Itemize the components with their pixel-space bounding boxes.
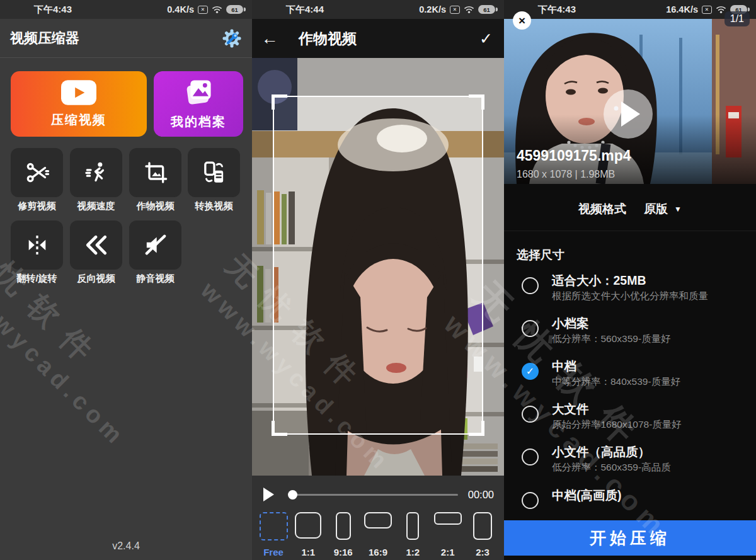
tool-trim-video[interactable] [11, 148, 63, 197]
option-small-hq[interactable]: ✓ 小文件（高品质） 低分辨率：560x359-高品质 [504, 443, 756, 484]
screen: 下午4:43 0.4K/s × 61 视频压缩器 [0, 0, 756, 560]
wifi-icon [212, 5, 222, 14]
crop-frame[interactable] [273, 96, 483, 435]
tool-video-speed-label: 视频速度 [66, 200, 126, 212]
statusbar-crop: 下午4:44 0.2K/s × 61 [252, 0, 504, 19]
home-header: 视频压缩器 [0, 19, 252, 58]
tool-convert-video[interactable] [188, 148, 240, 197]
sim-disabled-icon: × [198, 6, 208, 14]
status-time: 下午4:43 [34, 4, 72, 16]
crop-page-title: 作物视频 [299, 29, 357, 49]
my-archive-label: 我的档案 [171, 113, 226, 130]
ratio-2-1[interactable]: 2:1 [432, 512, 464, 559]
tool-crop-video[interactable] [129, 148, 181, 197]
file-name: 4599109175.mp4 [517, 147, 631, 164]
crop-image-icon [143, 160, 168, 185]
status-time: 下午4:44 [286, 4, 324, 16]
sim-disabled-icon: × [702, 6, 712, 14]
wifi-icon [464, 5, 474, 14]
seek-slider[interactable] [289, 494, 458, 496]
format-dropdown[interactable]: 原版 ▼ [644, 201, 682, 217]
crop-bottom-bar: 00:00 Free 1:1 9:16 16:9 [252, 476, 504, 560]
settings-gear-wrench-icon[interactable] [222, 28, 242, 49]
option-medium[interactable]: ✓ 中档 中等分辨率：840x539-质量好 [504, 358, 756, 398]
crop-video-preview [252, 58, 504, 476]
flip-icon [25, 232, 50, 258]
video-thumbnail: 4599109175.mp4 1680 x 1078 | 1.98MB [504, 19, 756, 184]
radio-large-file[interactable]: ✓ [522, 406, 539, 423]
reverse-chevrons-icon [83, 231, 110, 259]
ratio-2-3[interactable]: 2:3 [466, 512, 499, 559]
my-archive-button[interactable]: 我的档案 [154, 71, 243, 137]
youtube-play-icon [61, 80, 96, 105]
file-meta: 1680 x 1078 | 1.98MB [517, 169, 615, 180]
convert-file-icon [202, 160, 227, 185]
close-icon[interactable]: × [513, 11, 531, 30]
aspect-ratio-row: Free 1:1 9:16 16:9 1:2 [252, 512, 504, 559]
page-indicator-badge: 1/1 [724, 11, 750, 26]
runner-icon [84, 160, 109, 185]
photos-stack-icon [183, 78, 214, 107]
statusbar-home: 下午4:43 0.4K/s × 61 [0, 0, 252, 19]
radio-medium-hq[interactable]: ✓ [522, 492, 539, 509]
back-arrow-icon[interactable]: ← [252, 29, 287, 49]
app-title: 视频压缩器 [10, 29, 79, 48]
option-small-archive[interactable]: ✓ 小档案 低分辨率：560x359-质量好 [504, 315, 756, 355]
radio-small-archive[interactable]: ✓ [522, 320, 539, 337]
seek-thumb[interactable] [288, 490, 297, 500]
start-compress-button[interactable]: 开始压缩 [504, 520, 756, 556]
panel-home: 下午4:43 0.4K/s × 61 视频压缩器 [0, 0, 252, 560]
tool-reverse-video-label: 反向视频 [66, 273, 126, 285]
panel-crop: 下午4:44 0.2K/s × 61 ← 作物视频 ✓ [252, 0, 504, 560]
network-speed: 0.4K/s [167, 4, 194, 14]
tool-flip-rotate[interactable] [11, 220, 63, 270]
status-time: 下午4:43 [538, 4, 576, 16]
current-time: 00:00 [468, 489, 494, 501]
tool-reverse-video[interactable] [70, 220, 122, 270]
compress-video-button[interactable]: 压缩视频 [11, 71, 147, 137]
ratio-free[interactable]: Free [257, 512, 290, 559]
format-label: 视频格式 [578, 201, 626, 217]
thumbnail-play-button[interactable] [604, 89, 653, 139]
sim-disabled-icon: × [450, 6, 460, 14]
ratio-16-9[interactable]: 16:9 [362, 512, 394, 559]
app-version: v2.4.4 [0, 540, 252, 552]
ratio-9-16[interactable]: 9:16 [327, 512, 360, 559]
battery-indicator: 61 [478, 5, 495, 14]
radio-fit-size[interactable]: ✓ [522, 277, 539, 294]
tool-crop-video-label: 作物视频 [125, 200, 185, 212]
network-speed: 0.2K/s [419, 4, 446, 14]
tool-video-speed[interactable] [70, 148, 122, 197]
crop-header: ← 作物视频 ✓ [252, 19, 504, 58]
network-speed: 16.4K/s [666, 4, 698, 14]
ratio-1-2[interactable]: 1:2 [396, 512, 429, 559]
option-large-file[interactable]: ✓ 大文件 原始分辨率1680x1078-质量好 [504, 401, 756, 441]
chevron-down-icon: ▼ [674, 205, 682, 214]
divider [504, 231, 756, 231]
tool-flip-rotate-label: 翻转/旋转 [7, 273, 67, 285]
radio-small-hq[interactable]: ✓ [522, 449, 539, 466]
mute-speaker-icon [143, 232, 168, 258]
tool-convert-video-label: 转换视频 [184, 200, 244, 212]
tool-trim-video-label: 修剪视频 [7, 200, 67, 212]
panel-compress: 下午4:43 16.4K/s × 61 [504, 0, 756, 560]
tool-mute-video-label: 静音视频 [125, 273, 185, 285]
option-fit-size[interactable]: ✓ 适合大小：25MB 根据所选文件大小优化分辨率和质量 [504, 272, 756, 312]
statusbar-compress: 下午4:43 16.4K/s × 61 [504, 0, 756, 19]
compress-video-label: 压缩视频 [51, 111, 106, 129]
battery-indicator: 61 [226, 5, 243, 14]
play-button[interactable] [263, 488, 274, 501]
ratio-1-1[interactable]: 1:1 [292, 512, 324, 559]
tool-mute-video[interactable] [129, 220, 181, 270]
scissors-icon [25, 160, 50, 185]
radio-medium[interactable]: ✓ [522, 363, 539, 380]
video-format-row: 视频格式 原版 ▼ [504, 199, 756, 219]
select-size-header: 选择尺寸 [517, 247, 564, 263]
confirm-check-icon[interactable]: ✓ [479, 30, 493, 48]
